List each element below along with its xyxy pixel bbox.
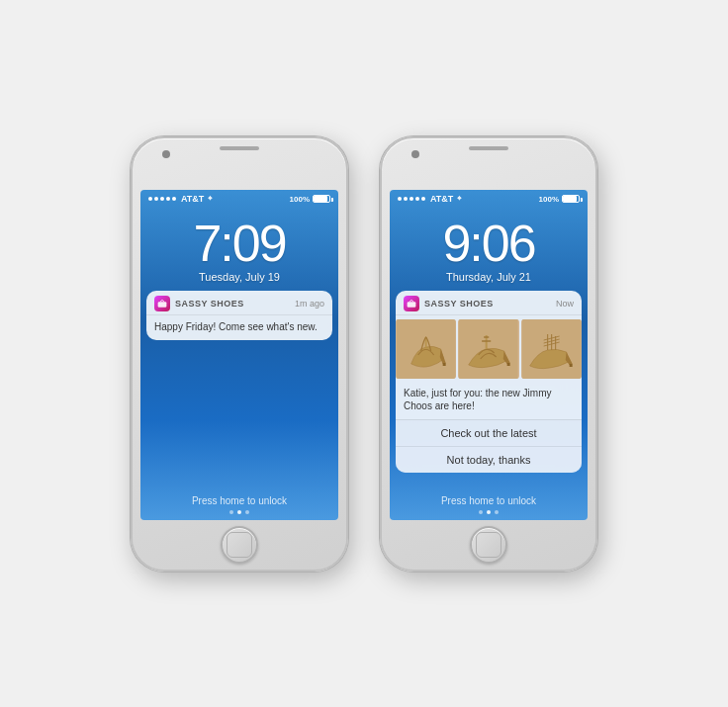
shoe-svg-3 — [521, 319, 582, 379]
camera-left — [162, 150, 170, 158]
notif-time-right: Now — [556, 299, 574, 309]
phone-left: AT&T ⌖ 100% 7:09 Tuesday, July 19 — [131, 136, 348, 572]
date-right: Thursday, July 21 — [390, 271, 588, 283]
action-btn-not-today[interactable]: Not today, thanks — [396, 447, 582, 473]
page-dot-active — [237, 510, 241, 514]
shoe-image-1 — [396, 319, 456, 379]
page-dots-left — [140, 510, 338, 514]
signal-dot — [160, 197, 164, 201]
status-left-left: AT&T ⌖ — [148, 194, 213, 204]
screen-right: AT&T ⌖ 100% 9:06 Thursday, July 21 — [390, 190, 588, 519]
svg-rect-0 — [158, 302, 167, 308]
signal-dot — [415, 197, 419, 201]
signal-dot — [410, 197, 413, 201]
screen-left: AT&T ⌖ 100% 7:09 Tuesday, July 19 — [140, 190, 338, 519]
unlock-text-left: Press home to unlock — [140, 495, 338, 506]
signal-dot — [421, 197, 425, 201]
notif-time-left: 1m ago — [295, 299, 324, 309]
carrier-label-left: AT&T — [181, 194, 204, 204]
signal-dot — [404, 197, 408, 201]
page-dot — [229, 510, 233, 514]
page-dot — [245, 510, 249, 514]
battery-percent-left: 100% — [290, 195, 310, 204]
signal-dots-right — [398, 197, 425, 201]
phone-right: AT&T ⌖ 100% 9:06 Thursday, July 21 — [380, 136, 597, 572]
shoe-image-2 — [458, 319, 518, 379]
notif-app-name-left: SASSY SHOES — [175, 299, 295, 309]
time-display-right: 9:06 Thursday, July 21 — [390, 218, 588, 283]
svg-rect-1 — [408, 302, 416, 308]
notif-body-right: Katie, just for you: the new Jimmy Choos… — [396, 382, 582, 419]
battery-bar-right — [562, 195, 580, 203]
notif-image-row — [396, 319, 582, 379]
screen-bottom-left: Press home to unlock — [140, 495, 338, 520]
screen-bottom-right: Press home to unlock — [390, 495, 588, 520]
battery-left: 100% — [290, 195, 330, 204]
shoe-svg-1 — [396, 319, 456, 379]
home-button-right[interactable] — [470, 526, 507, 564]
status-bar-right: AT&T ⌖ 100% — [390, 190, 588, 206]
signal-dot — [172, 197, 176, 201]
notif-app-name-right: SASSY SHOES — [424, 299, 556, 309]
page-dot — [479, 510, 483, 514]
signal-dot — [166, 197, 170, 201]
battery-bar-left — [313, 195, 330, 203]
notif-actions: Check out the latest Not today, thanks — [396, 419, 582, 473]
scene: AT&T ⌖ 100% 7:09 Tuesday, July 19 — [111, 117, 617, 591]
time-display-left: 7:09 Tuesday, July 19 — [140, 218, 338, 283]
time-left: 7:09 — [140, 218, 338, 269]
page-dot-active — [487, 510, 491, 514]
home-button-left[interactable] — [221, 526, 258, 564]
notif-message-right: Katie, just for you: the new Jimmy Choos… — [404, 387, 574, 412]
signal-dot — [398, 197, 402, 201]
speaker-left — [220, 146, 259, 151]
battery-fill-right — [563, 196, 577, 202]
unlock-text-right: Press home to unlock — [390, 495, 588, 506]
wifi-icon-left: ⌖ — [208, 194, 213, 204]
carrier-label-right: AT&T — [430, 194, 453, 204]
notif-body-left: Happy Friday! Come see what's new. — [146, 315, 332, 340]
page-dot — [495, 510, 499, 514]
time-right: 9:06 — [390, 218, 588, 269]
page-dots-right — [390, 510, 588, 514]
notif-message-left: Happy Friday! Come see what's new. — [154, 320, 324, 333]
notif-header-left: SASSY SHOES 1m ago — [146, 291, 332, 315]
notif-app-icon-right — [404, 296, 419, 311]
action-btn-check-out[interactable]: Check out the latest — [396, 420, 582, 447]
notif-app-icon-left — [154, 296, 170, 311]
notification-card-right: SASSY SHOES Now — [396, 291, 582, 473]
shoe-svg-2 — [458, 319, 518, 379]
signal-dot — [154, 197, 158, 201]
home-button-inner-left — [227, 532, 252, 558]
signal-dot — [148, 197, 152, 201]
status-left-right: AT&T ⌖ — [398, 194, 462, 204]
status-bar-left: AT&T ⌖ 100% — [140, 190, 338, 206]
camera-right — [411, 150, 419, 158]
battery-percent-right: 100% — [539, 195, 559, 204]
date-left: Tuesday, July 19 — [140, 271, 338, 283]
wifi-icon-right: ⌖ — [457, 194, 462, 204]
battery-right: 100% — [539, 195, 580, 204]
home-button-inner-right — [476, 532, 501, 558]
notification-card-left: SASSY SHOES 1m ago Happy Friday! Come se… — [146, 291, 332, 340]
signal-dots-left — [148, 197, 176, 201]
notif-header-right: SASSY SHOES Now — [396, 291, 582, 315]
shoe-image-3 — [521, 319, 582, 379]
speaker-right — [469, 146, 508, 151]
battery-fill-left — [314, 196, 327, 202]
